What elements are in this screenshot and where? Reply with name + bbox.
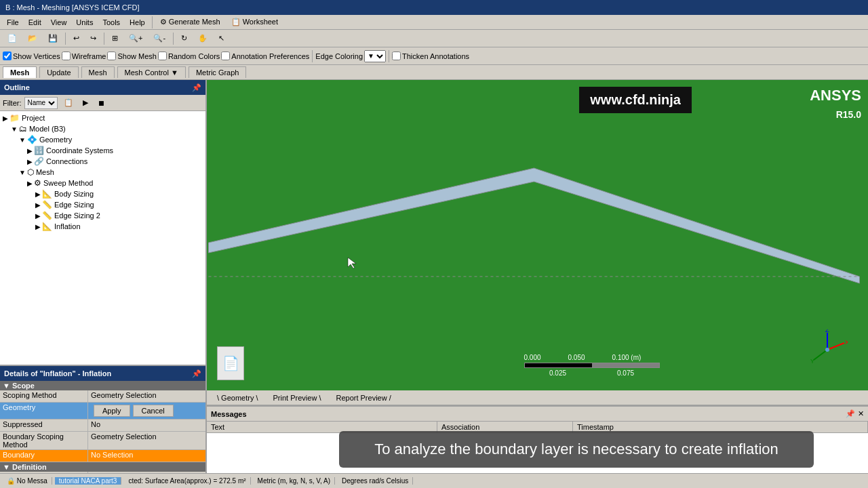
- show-mesh-checkbox[interactable]: [107, 52, 116, 60]
- sep2: [104, 33, 104, 45]
- menu-units[interactable]: Units: [72, 17, 97, 28]
- show-vertices-checkbox[interactable]: [3, 52, 12, 60]
- vtab-print[interactable]: Print Preview \: [266, 392, 329, 404]
- vtab-report[interactable]: Report Preview /: [328, 392, 398, 404]
- worksheet-button[interactable]: 📋 Worksheet: [226, 16, 283, 28]
- axis-svg: X Y Z: [807, 329, 848, 370]
- annotation-prefs-checkbox[interactable]: [221, 52, 230, 60]
- tree-item-edge-sizing[interactable]: ▶ 📏 Edge Sizing: [0, 199, 205, 210]
- boundary-label: Boundary: [0, 450, 88, 462]
- menu-help[interactable]: Help: [125, 17, 149, 28]
- details-content: ▼ Scope Scoping Method Geometry Selectio…: [0, 381, 205, 473]
- tree-item-mesh[interactable]: ▼ ⬡ Mesh: [0, 167, 205, 178]
- tree-item-connections[interactable]: ▶ 🔗 Connections: [0, 156, 205, 167]
- geometry-row-label: Geometry: [0, 403, 88, 419]
- ansys-logo: ANSYSR15.0: [810, 87, 861, 123]
- wireframe-checkbox[interactable]: [62, 52, 71, 60]
- tree-item-sweep[interactable]: ▶ ⚙ Sweep Method: [0, 178, 205, 188]
- outline-title: Outline: [4, 83, 30, 92]
- definition-section-header: ▼ Definition: [0, 462, 205, 472]
- zoom-in-button[interactable]: 🔍+: [124, 32, 147, 45]
- zoom-fit-button[interactable]: ⊞: [107, 32, 123, 45]
- tree-item-geometry[interactable]: ▼ 💠 Geometry: [0, 134, 205, 145]
- menu-tools[interactable]: Tools: [98, 17, 124, 28]
- vtab-geometry[interactable]: \ Geometry \: [210, 392, 266, 404]
- tab-mesh-control[interactable]: Mesh Control ▼: [117, 66, 186, 78]
- filter-label: Filter:: [3, 99, 22, 107]
- outline-tree: ▶ 📁 Project ▼ 🗂 Model (B3) ▼ 💠 Geometry: [0, 111, 205, 365]
- filter-select[interactable]: Name: [24, 97, 58, 109]
- geometry-row: Geometry Apply Cancel: [0, 403, 205, 420]
- conn-icon: 🔗: [34, 157, 44, 166]
- outline-pin[interactable]: 📌: [192, 83, 201, 92]
- tab-metric-graph[interactable]: Metric Graph: [189, 66, 247, 78]
- generate-mesh-button[interactable]: ⚙ Generate Mesh: [155, 16, 225, 28]
- apply-button[interactable]: Apply: [94, 405, 130, 417]
- menu-edit[interactable]: Edit: [24, 17, 45, 28]
- coord-label: Coordinate Systems: [46, 146, 113, 155]
- title-text: B : Mesh - Meshing [ANSYS ICEM CFD]: [5, 3, 139, 12]
- tree-item-model[interactable]: ▼ 🗂 Model (B3): [0, 123, 205, 134]
- tree-item-coord[interactable]: ▶ 🔢 Coordinate Systems: [0, 145, 205, 156]
- toolbar-row-2: Show Vertices Wireframe Show Mesh Random…: [0, 47, 868, 65]
- cancel-button[interactable]: Cancel: [133, 405, 174, 417]
- scale-mid-1: 0.025: [549, 369, 566, 377]
- title-bar: B : Mesh - Meshing [ANSYS ICEM CFD]: [0, 0, 868, 15]
- edge-sizing-expand: ▶: [35, 201, 41, 209]
- menu-bar: File Edit View Units Tools Help ⚙ Genera…: [0, 15, 868, 30]
- show-vertices-label: Show Vertices: [13, 52, 60, 60]
- menu-file[interactable]: File: [3, 17, 23, 28]
- random-colors-checkbox[interactable]: [158, 52, 167, 60]
- scale-bar-container: 0.000 0.050 0.100 (m) 0.025 0.075: [524, 354, 660, 377]
- bottom-left-icon: 📄: [217, 346, 244, 380]
- outline-panel: Outline 📌 Filter: Name 📋 ▶ ⏹ ▶ 📁 Pr: [0, 80, 205, 365]
- messages-close[interactable]: ✕: [858, 409, 864, 418]
- status-tutorial: tutorial NACA part3: [55, 477, 122, 485]
- airfoil-svg: [207, 148, 868, 338]
- details-pin[interactable]: 📌: [192, 369, 201, 378]
- scoping-method-label: Scoping Method: [0, 390, 88, 402]
- scale-values-bottom: 0.025 0.075: [524, 369, 660, 377]
- zoom-out-button[interactable]: 🔍-: [149, 32, 170, 45]
- tree-item-edge-sizing2[interactable]: ▶ 📏 Edge Sizing 2: [0, 210, 205, 221]
- tree-item-body-sizing[interactable]: ▶ 📐 Body Sizing: [0, 188, 205, 199]
- tab-mesh[interactable]: Mesh: [3, 66, 37, 78]
- thicken-checkbox[interactable]: [392, 52, 401, 60]
- edge-coloring-label: Edge Coloring: [315, 52, 363, 60]
- scale-val-3: 0.100 (m): [612, 354, 642, 361]
- viewport[interactable]: www.cfd.ninja ANSYSR15.0 0.000 0.050: [207, 80, 868, 390]
- annotation-prefs-label: Annotation Preferences: [231, 52, 309, 60]
- scale-mid-2: 0.075: [617, 369, 634, 377]
- save-button[interactable]: 💾: [43, 32, 62, 45]
- sweep-method-icon: ⚙: [34, 178, 41, 188]
- filter-btn2[interactable]: ▶: [79, 97, 92, 108]
- sweep-icon-expand: ▶: [27, 180, 33, 187]
- open-button[interactable]: 📂: [23, 32, 42, 45]
- messages-pin[interactable]: 📌: [846, 409, 855, 418]
- filter-btn1[interactable]: 📋: [60, 97, 77, 108]
- suppressed-label: Suppressed: [0, 420, 88, 431]
- rotate-button[interactable]: ↻: [176, 32, 192, 45]
- body-sizing-expand: ▶: [35, 190, 41, 198]
- filter-btn3[interactable]: ⏹: [94, 98, 108, 108]
- tab-update[interactable]: Update: [39, 66, 78, 78]
- tree-item-project[interactable]: ▶ 📁 Project: [0, 113, 205, 123]
- select-button[interactable]: ↖: [214, 32, 229, 45]
- pan-button[interactable]: ✋: [193, 32, 212, 45]
- svg-line-1: [814, 350, 827, 360]
- details-header: Details of "Inflation" - Inflation 📌: [0, 366, 205, 381]
- tree-item-inflation[interactable]: ▶ 📐 Inflation: [0, 221, 205, 232]
- redo-button[interactable]: ↪: [85, 32, 101, 45]
- boundary-row: Boundary No Selection: [0, 450, 205, 462]
- undo-button[interactable]: ↩: [68, 32, 84, 45]
- menu-view[interactable]: View: [47, 17, 71, 28]
- edge-coloring-select[interactable]: ▼: [364, 50, 386, 62]
- new-button[interactable]: 📄: [3, 32, 22, 45]
- conn-label: Connections: [46, 157, 87, 165]
- boundary-scoping-value: Geometry Selection: [88, 432, 205, 449]
- tab-mesh-ctrl[interactable]: Mesh: [81, 66, 115, 78]
- boundary-scoping-row: Boundary Scoping Method Geometry Selecti…: [0, 432, 205, 450]
- inflation-icon: 📐: [42, 222, 52, 231]
- geometry-expand-icon: ▼: [19, 136, 26, 144]
- conn-expand-icon: ▶: [27, 158, 33, 165]
